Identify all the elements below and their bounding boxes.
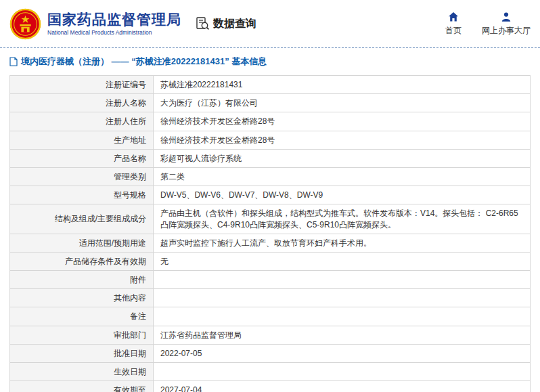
site-logo[interactable]: 国家药品监督管理局 National Medical Products Admi… [9, 8, 181, 40]
row-value: 苏械注准20222181431 [154, 76, 531, 94]
table-row: 其他内容 [10, 289, 531, 307]
row-value: 2022-07-05 [154, 344, 531, 362]
table-row: 备注 [10, 307, 531, 326]
row-value: 彩超可视人流诊疗系统 [154, 149, 531, 167]
table-row: 有效期至 2027-07-04 [10, 381, 531, 392]
row-label: 批准日期 [10, 344, 154, 362]
table-row: 产品储存条件及有效期 无 [10, 252, 531, 270]
row-label: 审批部门 [10, 326, 154, 344]
document-icon [9, 57, 18, 66]
data-query-section[interactable]: 数据查询 [195, 16, 256, 31]
row-value: DW-V5、DW-V6、DW-V7、DW-V8、DW-V9 [154, 186, 531, 204]
nav-item-service-hall[interactable]: 网上办事大厅 [482, 12, 531, 37]
table-row: 适用范围/预期用途 超声实时监控下施行人工流产、取放节育环妇产科手术用。 [10, 234, 531, 252]
page-header: 国家药品监督管理局 National Medical Products Admi… [0, 0, 540, 48]
breadcrumb: 境内医疗器械（注册） —— “苏械注准20222181431” 基本信息 [0, 48, 540, 74]
table-row: 生产地址 徐州经济技术开发区金桥路28号 [10, 131, 531, 149]
row-label: 生产地址 [10, 131, 154, 149]
header-nav: 首页 网上办事大厅 [445, 12, 531, 37]
nav-item-service-hall-label: 网上办事大厅 [482, 25, 531, 37]
row-value [154, 289, 531, 307]
table-row: 注册人名称 大为医疗（江苏）有限公司 [10, 94, 531, 112]
org-name-cn: 国家药品监督管理局 [47, 12, 181, 27]
row-label: 型号规格 [10, 186, 154, 204]
row-label: 结构及组成/主要组成成分 [10, 204, 154, 234]
table-row: 型号规格 DW-V5、DW-V6、DW-V7、DW-V8、DW-V9 [10, 186, 531, 204]
row-value: 2027-07-04 [154, 381, 531, 392]
table-row: 管理类别 第二类 [10, 167, 531, 186]
row-label: 附件 [10, 271, 154, 289]
row-value: 徐州经济技术开发区金桥路28号 [154, 131, 531, 149]
breadcrumb-text: 境内医疗器械（注册） —— “苏械注准20222181431” 基本信息 [21, 56, 267, 68]
info-table: 注册证编号 苏械注准20222181431 注册人名称 大为医疗（江苏）有限公司… [9, 75, 531, 392]
row-label: 产品储存条件及有效期 [10, 252, 154, 270]
org-name-en: National Medical Products Administration [47, 29, 181, 36]
row-label: 备注 [10, 307, 154, 326]
table-row: 审批部门 江苏省药品监督管理局 [10, 326, 531, 344]
org-names: 国家药品监督管理局 National Medical Products Admi… [47, 12, 181, 36]
row-label: 产品名称 [10, 149, 154, 167]
row-value [154, 307, 531, 326]
data-query-title: 数据查询 [213, 17, 256, 31]
row-value [154, 363, 531, 381]
row-value: 超声实时监控下施行人工流产、取放节育环妇产科手术用。 [154, 234, 531, 252]
row-value: 产品由主机（含软件）和探头组成，结构型式为推车式。软件发布版本：V14。探头包括… [154, 204, 531, 234]
row-label: 管理类别 [10, 167, 154, 186]
row-label: 有效期至 [10, 381, 154, 392]
row-value [154, 271, 531, 289]
row-value: 第二类 [154, 167, 531, 186]
user-icon [501, 12, 512, 22]
row-label: 适用范围/预期用途 [10, 234, 154, 252]
table-row: 附件 [10, 271, 531, 289]
row-value: 徐州经济技术开发区金桥路28号 [154, 112, 531, 131]
nav-item-home-label: 首页 [445, 25, 462, 37]
national-emblem-icon [9, 8, 41, 40]
nav-item-home[interactable]: 首页 [445, 12, 462, 37]
row-label: 其他内容 [10, 289, 154, 307]
row-label: 注册证编号 [10, 76, 154, 94]
row-label: 注册人住所 [10, 112, 154, 131]
row-value: 无 [154, 252, 531, 270]
row-value: 江苏省药品监督管理局 [154, 326, 531, 344]
table-row: 注册人住所 徐州经济技术开发区金桥路28号 [10, 112, 531, 131]
row-label: 生效日期 [10, 363, 154, 381]
table-row: 产品名称 彩超可视人流诊疗系统 [10, 149, 531, 167]
row-value: 大为医疗（江苏）有限公司 [154, 94, 531, 112]
table-row: 结构及组成/主要组成成分 产品由主机（含软件）和探头组成，结构型式为推车式。软件… [10, 204, 531, 234]
home-icon [448, 12, 459, 22]
data-query-icon [195, 16, 210, 31]
table-row: 注册证编号 苏械注准20222181431 [10, 76, 531, 94]
table-row: 批准日期 2022-07-05 [10, 344, 531, 362]
row-label: 注册人名称 [10, 94, 154, 112]
table-row: 生效日期 [10, 363, 531, 381]
